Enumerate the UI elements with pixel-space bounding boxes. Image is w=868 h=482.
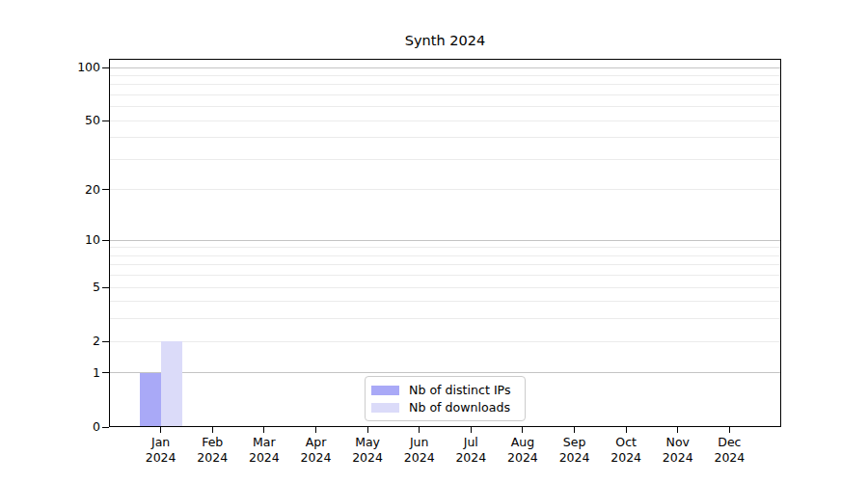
gridline-minor <box>110 120 780 121</box>
y-tick-mark <box>102 67 109 68</box>
x-tick-label: Nov 2024 <box>649 435 707 466</box>
y-tick-mark <box>102 240 109 241</box>
x-tick-label: Feb 2024 <box>183 435 241 466</box>
x-tick-mark <box>367 427 368 433</box>
legend-swatch <box>371 403 399 413</box>
y-tick-label: 1 <box>52 365 100 381</box>
x-tick-mark <box>677 427 678 433</box>
gridline-minor <box>110 94 780 95</box>
gridline-minor <box>110 75 780 76</box>
gridline-minor <box>110 106 780 107</box>
gridline-major <box>110 67 780 68</box>
x-tick-mark <box>471 427 472 433</box>
bar-nb-of-downloads <box>161 341 182 427</box>
x-tick-mark <box>626 427 627 433</box>
y-tick-label: 100 <box>52 60 100 75</box>
x-tick-label: Dec 2024 <box>700 435 758 466</box>
gridline-minor <box>110 275 780 276</box>
x-tick-mark <box>729 427 730 433</box>
x-tick-mark <box>315 427 316 433</box>
gridline-minor <box>110 301 780 302</box>
gridline-minor <box>110 159 780 160</box>
x-tick-label: Jan 2024 <box>132 435 190 466</box>
x-tick-label: Jun 2024 <box>391 435 448 466</box>
x-tick-mark <box>522 427 523 433</box>
x-tick-mark <box>574 427 575 433</box>
legend-label: Nb of downloads <box>409 400 510 415</box>
y-tick-mark <box>102 120 109 121</box>
gridline-minor <box>110 264 780 265</box>
y-tick-label: 50 <box>52 113 100 128</box>
y-tick-label: 20 <box>52 182 100 198</box>
gridline-minor <box>110 287 780 288</box>
gridline-minor <box>110 255 780 256</box>
legend-label: Nb of distinct IPs <box>409 383 511 398</box>
y-tick-mark <box>102 189 109 190</box>
x-tick-label: Jul 2024 <box>442 435 500 466</box>
x-tick-mark <box>160 427 161 433</box>
y-tick-label: 10 <box>52 232 100 248</box>
x-tick-mark <box>263 427 264 433</box>
y-tick-label: 5 <box>52 280 100 295</box>
chart-figure: Synth 2024 0125102050100Jan 2024Feb 2024… <box>0 0 868 482</box>
legend-entry: Nb of downloads <box>371 400 517 415</box>
x-tick-label: Apr 2024 <box>286 435 344 466</box>
gridline-major <box>110 240 780 241</box>
y-tick-label: 0 <box>52 419 100 435</box>
x-tick-label: Aug 2024 <box>494 435 552 466</box>
bar-nb-of-distinct-ips <box>140 373 161 427</box>
gridline-minor <box>110 84 780 85</box>
gridline-minor <box>110 189 780 190</box>
y-tick-mark <box>102 427 109 428</box>
gridline-minor <box>110 341 780 342</box>
x-tick-label: Oct 2024 <box>597 435 655 466</box>
gridline-minor <box>110 247 780 248</box>
gridline-minor <box>110 318 780 319</box>
gridline-major <box>110 372 780 373</box>
y-tick-mark <box>102 341 109 342</box>
chart-title: Synth 2024 <box>109 33 781 52</box>
y-tick-label: 2 <box>52 334 100 349</box>
x-tick-label: Sep 2024 <box>546 435 604 466</box>
x-tick-mark <box>212 427 213 433</box>
legend-entry: Nb of distinct IPs <box>371 383 517 398</box>
legend: Nb of distinct IPsNb of downloads <box>365 376 526 421</box>
x-tick-label: May 2024 <box>339 435 396 466</box>
y-tick-mark <box>102 287 109 288</box>
x-tick-label: Mar 2024 <box>235 435 293 466</box>
legend-swatch <box>371 386 399 395</box>
y-tick-mark <box>102 372 109 373</box>
gridline-minor <box>110 137 780 138</box>
x-tick-mark <box>419 427 420 433</box>
